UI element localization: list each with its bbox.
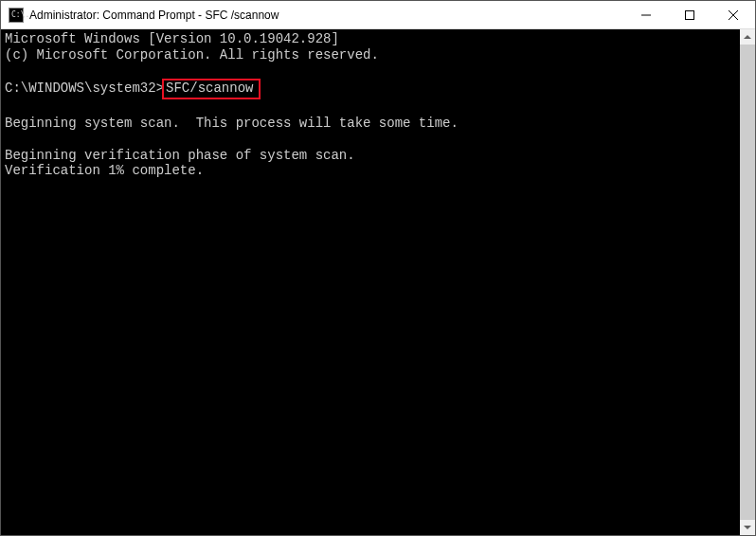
command-highlight: SFC/scannow [162,79,261,99]
close-button[interactable] [711,1,755,28]
command-text: SFC/scannow [166,80,253,96]
output-line: (c) Microsoft Corporation. All rights re… [5,47,379,63]
window-title: Administrator: Command Prompt - SFC /sca… [29,9,624,22]
scroll-track[interactable] [740,45,755,520]
prompt-path: C:\WINDOWS\system32> [5,80,164,96]
output-line: Beginning system scan. This process will… [5,116,459,131]
output-line: Microsoft Windows [Version 10.0.19042.92… [5,31,339,46]
scroll-up-arrow-icon[interactable] [740,29,755,45]
svg-marker-4 [744,35,751,39]
scroll-thumb[interactable] [740,45,755,520]
terminal-output[interactable]: Microsoft Windows [Version 10.0.19042.92… [1,29,740,535]
window-controls [624,1,755,28]
titlebar[interactable]: C:\. Administrator: Command Prompt - SFC… [1,1,755,29]
output-line: Verification 1% complete. [5,163,204,178]
svg-rect-1 [686,10,694,19]
vertical-scrollbar[interactable] [740,29,755,535]
svg-marker-5 [744,526,751,529]
scroll-down-arrow-icon[interactable] [740,520,755,535]
terminal-container: Microsoft Windows [Version 10.0.19042.92… [1,29,755,535]
output-line: Beginning verification phase of system s… [5,148,355,163]
maximize-button[interactable] [668,1,711,28]
cmd-icon: C:\. [9,8,24,23]
minimize-button[interactable] [624,1,668,28]
